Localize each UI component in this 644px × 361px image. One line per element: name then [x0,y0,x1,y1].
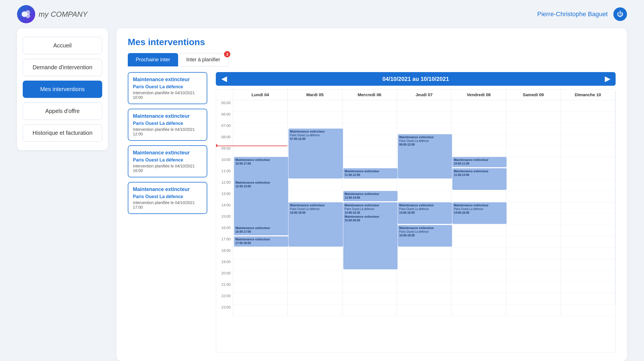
calendar-cell[interactable] [451,270,506,282]
calendar-cell[interactable] [288,259,342,270]
calendar-cell[interactable] [233,134,288,146]
calendar-cell[interactable] [342,100,397,112]
calendar-cell[interactable]: Maintenance extincteur15:00-20:00 [342,214,397,225]
calendar-cell[interactable] [506,202,561,214]
calendar-cell[interactable] [561,180,615,191]
calendar-cell[interactable] [397,270,451,282]
calendar-cell[interactable] [342,270,397,282]
calendar-cell[interactable] [451,146,506,157]
calendar-cell[interactable]: Maintenance extincteur11:00-12:00 [342,168,397,180]
calendar-cell[interactable] [506,236,561,248]
calendar-event[interactable]: Maintenance extincteur15:00-20:00 [343,214,398,269]
calendar-cell[interactable] [233,123,288,134]
calendar-cell[interactable] [561,134,615,146]
calendar-cell[interactable]: Maintenance extincteurParis Ouest La déf… [342,202,397,214]
calendar-cell[interactable] [561,225,615,236]
calendar-cell[interactable] [288,100,342,112]
calendar-cell[interactable] [506,191,561,202]
calendar-cell[interactable] [561,168,615,180]
calendar-cell[interactable] [506,146,561,157]
calendar-cell[interactable] [451,236,506,248]
calendar-cell[interactable] [506,259,561,270]
calendar-cell[interactable]: Maintenance extincteurParis Ouest La déf… [397,134,451,146]
calendar-prev-button[interactable]: ◀ [216,72,232,86]
calendar-cell[interactable] [561,293,615,305]
calendar-cell[interactable]: Maintenance extincteurParis Ouest La déf… [397,202,451,214]
calendar-cell[interactable] [397,180,451,191]
calendar-cell[interactable] [397,248,451,259]
sidebar-item-historique[interactable]: Historique et facturation [23,124,102,142]
calendar-cell[interactable] [506,305,561,316]
calendar-cell[interactable] [451,123,506,134]
calendar-cell[interactable] [561,123,615,134]
calendar-cell[interactable]: Maintenance extincteur11:00-13:00 [451,168,506,180]
calendar-cell[interactable] [506,157,561,168]
power-button[interactable]: ⏻ [613,7,627,21]
calendar-cell[interactable] [561,157,615,168]
calendar-cell[interactable] [397,100,451,112]
calendar-cell[interactable] [451,259,506,270]
calendar-event[interactable]: Maintenance extincteur11:00-12:00 [343,168,398,179]
calendar-event[interactable]: Maintenance extincteurParis Ouest La déf… [288,202,343,247]
calendar-event[interactable]: Maintenance extincteurParis Ouest La déf… [398,225,452,247]
calendar-event[interactable]: Maintenance extincteurParis Ouest La déf… [288,129,343,179]
calendar-event[interactable]: Maintenance extincteur10:00-11:00 [452,157,507,167]
calendar-cell[interactable] [506,293,561,305]
calendar-cell[interactable]: Maintenance extincteurParis Ouest La déf… [451,202,506,214]
calendar-cell[interactable] [233,112,288,123]
calendar-cell[interactable] [506,112,561,123]
calendar-cell[interactable] [561,305,615,316]
calendar-event[interactable]: Maintenance extincteur13:00-14:00 [343,191,398,201]
calendar-cell[interactable] [288,270,342,282]
calendar-cell[interactable] [451,191,506,202]
calendar-cell[interactable] [506,214,561,225]
calendar-cell[interactable] [451,134,506,146]
calendar-cell[interactable] [561,282,615,293]
calendar-cell[interactable] [342,123,397,134]
calendar-cell[interactable] [288,282,342,293]
calendar-cell[interactable] [506,282,561,293]
calendar-cell[interactable] [561,191,615,202]
sidebar-item-mes-interventions[interactable]: Mes interventions [23,81,102,98]
calendar-cell[interactable] [233,293,288,305]
calendar-cell[interactable]: Maintenance extincteurParis Ouest La déf… [397,225,451,236]
calendar-cell[interactable] [451,305,506,316]
calendar-cell[interactable]: Maintenance extincteur16:00-17:00 [233,225,288,236]
calendar-cell[interactable] [561,259,615,270]
calendar-cell[interactable]: Maintenance extincteurParis Ouest La déf… [288,123,342,134]
calendar-cell[interactable] [451,225,506,236]
calendar-cell[interactable] [342,146,397,157]
calendar-cell[interactable] [233,248,288,259]
calendar-cell[interactable] [561,100,615,112]
calendar-cell[interactable] [233,259,288,270]
calendar-cell[interactable] [342,134,397,146]
calendar-event[interactable]: Maintenance extincteur11:00-13:00 [452,168,507,190]
calendar-cell[interactable] [506,100,561,112]
calendar-cell[interactable] [397,112,451,123]
sidebar-item-accueil[interactable]: Accueil [23,37,102,54]
calendar-cell[interactable] [561,202,615,214]
calendar-cell[interactable] [561,248,615,259]
calendar-cell[interactable] [451,248,506,259]
calendar-cell[interactable] [233,282,288,293]
intervention-card[interactable]: Maintenance extincteur Paris Ouest La dé… [128,182,207,214]
calendar-cell[interactable]: Maintenance extincteur10:00-11:00 [451,157,506,168]
calendar-cell[interactable] [397,293,451,305]
sidebar-item-appels[interactable]: Appels d'offre [23,102,102,120]
calendar-event[interactable]: Maintenance extincteurParis Ouest La déf… [398,202,452,224]
calendar-cell[interactable] [451,100,506,112]
calendar-cell[interactable] [506,123,561,134]
intervention-card[interactable]: Maintenance extincteur Paris Ouest La dé… [128,72,207,104]
calendar-cell[interactable] [506,248,561,259]
calendar-cell[interactable] [397,191,451,202]
calendar-cell[interactable] [342,157,397,168]
calendar-cell[interactable] [561,270,615,282]
calendar-cell[interactable] [397,282,451,293]
tab-prochaine[interactable]: Prochaine inter [128,53,178,66]
calendar-cell[interactable] [506,180,561,191]
calendar-event[interactable]: Maintenance extincteur12:00-13:00 [234,180,288,190]
calendar-cell[interactable]: Maintenance extincteur13:00-14:00 [342,191,397,202]
calendar-cell[interactable]: Maintenance extincteur17:00-18:00 [233,236,288,248]
calendar-cell[interactable] [233,146,288,157]
calendar-cell[interactable] [397,259,451,270]
